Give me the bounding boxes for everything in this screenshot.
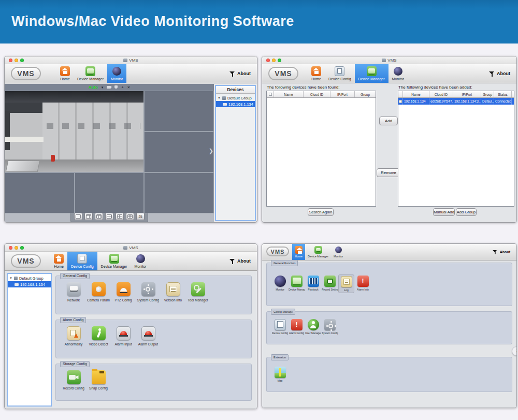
video-cell[interactable] — [5, 172, 75, 213]
app-network[interactable]: Network — [61, 282, 86, 302]
video-cell[interactable] — [144, 91, 214, 132]
camera-icon[interactable] — [107, 86, 111, 89]
app-log[interactable]: Log — [338, 274, 354, 293]
column-ip-port[interactable]: IP/Port — [453, 91, 481, 97]
layout-16-button[interactable] — [126, 213, 134, 220]
add-button[interactable]: Add — [379, 117, 398, 125]
tab-monitor[interactable]: Monitor — [388, 64, 408, 83]
layout-1-button[interactable] — [74, 213, 82, 220]
app-version-info[interactable]: Version Info — [161, 282, 185, 302]
close-window-button[interactable] — [266, 59, 270, 62]
tab-device-manager[interactable]: Device Manager — [74, 64, 107, 83]
minimize-window-button[interactable] — [15, 246, 18, 250]
minimize-window-button[interactable] — [272, 59, 276, 62]
manual-add-button[interactable]: Manual Add — [433, 208, 455, 216]
close-window-button[interactable] — [9, 246, 12, 250]
collapse-arrow-icon[interactable]: ❯ — [209, 148, 213, 153]
minimize-window-button[interactable] — [15, 59, 18, 62]
layout-25-button[interactable]: 25 — [136, 213, 145, 220]
app-user-manager[interactable]: User Manager — [305, 318, 321, 336]
layout-6-button[interactable] — [95, 213, 103, 220]
tab-device-manager[interactable]: Device Manager — [305, 244, 331, 260]
tab-home[interactable]: Home — [292, 244, 305, 260]
layout-8-button[interactable] — [105, 213, 113, 220]
zoom-window-button[interactable] — [20, 246, 24, 250]
layout-9-button[interactable] — [116, 213, 124, 220]
tab-device-config[interactable]: Device Config — [325, 64, 355, 83]
tab-monitor[interactable]: Monitor — [131, 252, 150, 270]
about-button[interactable]: About — [229, 252, 251, 270]
app-device-config[interactable]: Device Config — [272, 318, 288, 336]
app-system-config[interactable]: System Config — [136, 282, 161, 302]
add-group-button[interactable]: Add Group — [456, 208, 477, 216]
record-icon[interactable] — [114, 85, 118, 89]
app-camera-param[interactable]: Camera Param — [86, 282, 111, 302]
column-name[interactable]: Name — [403, 91, 429, 97]
about-button[interactable]: About — [489, 64, 510, 83]
column-status[interactable]: Status — [494, 91, 512, 97]
app-abnormality[interactable]: Abnormality — [61, 326, 86, 346]
column-group[interactable]: Group — [481, 91, 494, 97]
layout-4-button[interactable] — [84, 213, 93, 220]
column-ip-port[interactable]: IP/Port — [330, 91, 355, 97]
close-window-button[interactable] — [9, 59, 12, 62]
app-alarm-config[interactable]: Alarm Config — [289, 318, 305, 336]
tab-monitor[interactable]: Monitor — [107, 64, 126, 83]
column-group[interactable]: Group — [355, 91, 376, 97]
zoom-window-button[interactable] — [20, 59, 24, 62]
auto-mode-label[interactable]: Auto — [89, 85, 98, 90]
extension-section: Extension Map — [266, 357, 512, 392]
app-record-settings[interactable]: Record Settings — [322, 274, 338, 293]
video-cell[interactable] — [144, 172, 214, 213]
found-devices-table[interactable]: Name Cloud ID IP/Port Group — [266, 91, 376, 207]
tab-monitor[interactable]: Monitor — [331, 244, 346, 260]
app-map[interactable]: Map — [272, 366, 288, 383]
app-snap-config[interactable]: Snap Config — [86, 370, 111, 390]
column-cloud-id[interactable]: Cloud ID — [429, 91, 453, 97]
caret-down-icon[interactable]: ▼ — [218, 96, 221, 99]
select-all-checkbox[interactable] — [269, 93, 272, 96]
tree-device-item[interactable]: 192.168.1.134 — [8, 281, 51, 287]
tab-home[interactable]: Home — [50, 252, 67, 270]
row-checkbox[interactable] — [399, 100, 402, 103]
video-cell[interactable] — [144, 132, 214, 172]
device-config-window: VMS VMS Home Device Config Device Manage… — [4, 243, 257, 409]
app-ptz-config[interactable]: PTZ Config — [111, 282, 136, 302]
app-tool-manager[interactable]: Tool Manager — [185, 282, 210, 302]
tab-home[interactable]: Home — [56, 64, 74, 83]
tab-home[interactable]: Home — [308, 64, 325, 83]
app-alarm-input[interactable]: Alarm Input — [111, 326, 136, 346]
app-alarm-output[interactable]: Alarm Output — [136, 326, 161, 346]
column-name[interactable]: Name — [274, 91, 304, 97]
column-cloud-id[interactable]: Cloud ID — [304, 91, 330, 97]
app-alarm-info[interactable]: Alarm Info — [355, 274, 371, 293]
about-button[interactable]: About — [229, 64, 251, 83]
panel-handle[interactable]: ⋮ — [512, 346, 517, 356]
tab-device-manager[interactable]: Device Manager — [355, 64, 388, 83]
tree-group-default[interactable]: ▼ Default Group — [8, 275, 51, 281]
app-system-config[interactable]: System Config — [322, 318, 338, 336]
added-devices-table[interactable]: Name Cloud ID IP/Port Group Status 192.1… — [398, 91, 514, 207]
app-playback[interactable]: Playback — [305, 274, 321, 293]
search-again-button[interactable]: Search Again — [308, 208, 334, 216]
zoom-window-button[interactable] — [278, 59, 281, 62]
video-cell[interactable] — [75, 172, 144, 213]
close-icon[interactable]: ✕ — [127, 85, 130, 89]
add-icon[interactable]: + — [121, 85, 123, 89]
remove-button[interactable]: Remove — [377, 168, 400, 177]
video-cell-main[interactable] — [5, 91, 144, 172]
about-button[interactable]: About — [492, 244, 510, 260]
tree-group-default[interactable]: ▼ Default Group — [216, 95, 255, 101]
tab-device-config[interactable]: Device Config — [67, 252, 97, 270]
tab-label: Home — [54, 265, 64, 268]
tree-device-item[interactable]: 192.168.1.134 — [216, 101, 255, 107]
added-device-row[interactable]: 192.168.1.134 edb5d197f247... 192.168.1.… — [398, 98, 514, 105]
tab-device-manager[interactable]: Device Manager — [97, 252, 131, 270]
app-monitor[interactable]: Monitor — [272, 274, 288, 293]
app-device-manager[interactable]: Device Manager — [289, 274, 305, 293]
app-video-detect[interactable]: Video Detect — [86, 326, 111, 346]
dropdown-icon[interactable]: ▾ — [102, 85, 104, 89]
user-manager-icon — [308, 319, 319, 330]
caret-down-icon[interactable]: ▼ — [9, 277, 12, 280]
app-record-config[interactable]: Record Config — [61, 370, 86, 390]
